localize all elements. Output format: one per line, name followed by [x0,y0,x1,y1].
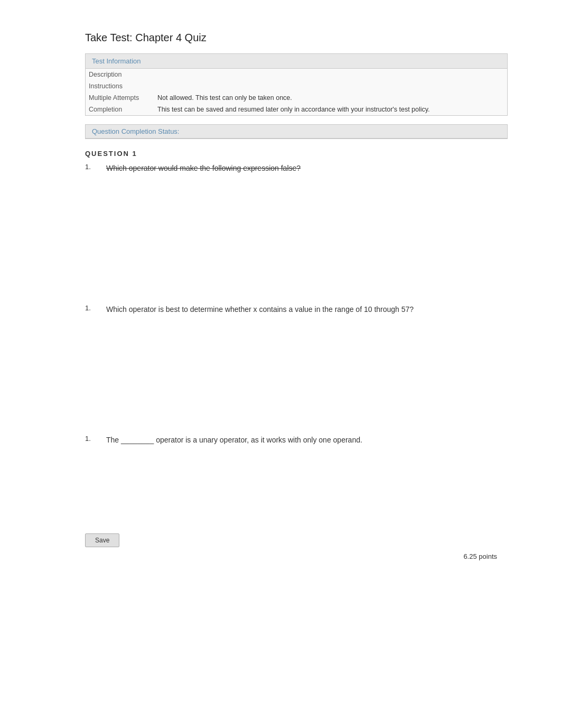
question-completion-status-header: Question Completion Status: [86,125,507,139]
info-value-completion: This test can be saved and resumed later… [154,104,507,115]
info-label-attempts: Multiple Attempts [86,92,154,104]
test-information-box: Test Information Description Instruction… [85,53,508,116]
question-section-label: QUESTION 1 [85,150,508,158]
test-information-header: Test Information [86,54,507,69]
save-button[interactable]: Save [85,533,119,547]
info-label-instructions: Instructions [86,80,154,92]
info-value-instructions [154,80,507,92]
question-row-2: 1. Which operator is best to determine w… [85,304,508,315]
test-information-table: Description Instructions Multiple Attemp… [86,69,507,115]
info-row-description: Description [86,69,507,80]
info-row-instructions: Instructions [86,80,507,92]
question-number-3: 1. [85,435,106,443]
question-row-1: 1. Which operator would make the followi… [85,163,508,174]
info-value-description [154,69,507,80]
question-completion-status-box: Question Completion Status: [85,124,508,139]
question-text-1: Which operator would make the following … [106,163,301,174]
answer-area-3 [85,449,508,512]
save-button-area: Save [85,533,508,547]
points-label: 6.25 points [463,552,497,560]
info-row-completion: Completion This test can be saved and re… [86,104,507,115]
page-container: Take Test: Chapter 4 Quiz Test Informati… [43,0,518,603]
question-row-3: 1. The ________ operator is a unary oper… [85,435,508,446]
question-number-1: 1. [85,163,106,171]
info-label-completion: Completion [86,104,154,115]
question-text-2: Which operator is best to determine whet… [106,304,414,315]
info-value-attempts: Not allowed. This test can only be taken… [154,92,507,104]
question-item-3: 1. The ________ operator is a unary oper… [85,435,508,560]
page-title: Take Test: Chapter 4 Quiz [85,32,508,44]
question-number-2: 1. [85,304,106,312]
question-item-2: 1. Which operator is best to determine w… [85,304,508,413]
answer-area-2 [85,318,508,413]
points-row: 6.25 points [85,552,508,560]
info-label-description: Description [86,69,154,80]
info-row-attempts: Multiple Attempts Not allowed. This test… [86,92,507,104]
question-item-1: 1. Which operator would make the followi… [85,163,508,283]
answer-area-1 [85,177,508,283]
question-text-3: The ________ operator is a unary operato… [106,435,362,446]
